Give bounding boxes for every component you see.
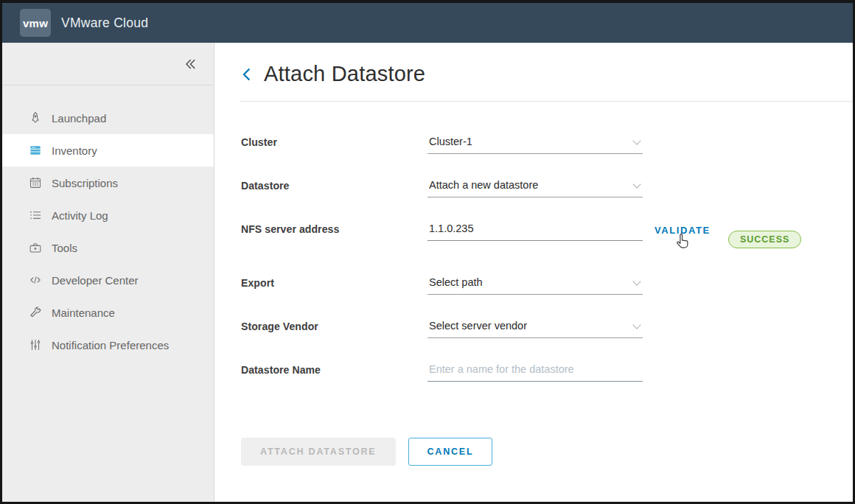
sidebar-item-tools[interactable]: Tools	[2, 231, 214, 264]
app-title: VMware Cloud	[61, 15, 148, 31]
nfs-server-address-input[interactable]	[427, 221, 643, 241]
attach-datastore-button[interactable]: ATTACH DATASTORE	[241, 438, 396, 466]
storage-vendor-select[interactable]: Select server vendor	[427, 318, 643, 338]
status-badge: SUCCESS	[728, 231, 801, 248]
sidebar-item-label: Maintenance	[52, 307, 115, 319]
sidebar-item-subscriptions[interactable]: Subscriptions	[2, 167, 214, 199]
sliders-icon	[27, 337, 43, 353]
collapse-sidebar-icon[interactable]	[183, 57, 198, 71]
export-row: Export Select path	[241, 275, 853, 295]
rocket-icon	[27, 111, 43, 126]
datastore-select[interactable]: Attach a new datastore	[427, 178, 643, 197]
list-icon	[27, 208, 43, 223]
nfs-validation-area: VALIDATE SUCCESS	[643, 221, 801, 248]
code-icon	[27, 273, 43, 288]
sidebar-item-label: Notification Preferences	[52, 339, 169, 351]
export-selected-value: Select path	[429, 276, 483, 288]
datastore-label: Datastore	[241, 178, 427, 192]
chevron-down-icon	[632, 321, 641, 329]
cluster-selected-value: Cluster-1	[429, 136, 472, 147]
attach-datastore-form: Cluster Cluster-1 Datastore Attach a new…	[241, 134, 853, 466]
storage-vendor-selected-value: Select server vendor	[429, 320, 527, 332]
sidebar-item-label: Developer Center	[52, 274, 139, 287]
sidebar-item-label: Activity Log	[52, 209, 108, 222]
cancel-button[interactable]: CANCEL	[408, 438, 493, 466]
chevron-down-icon	[632, 136, 641, 144]
sidebar-item-developer-center[interactable]: Developer Center	[2, 264, 214, 296]
datastore-selected-value: Attach a new datastore	[429, 179, 538, 191]
wrench-icon	[27, 305, 43, 321]
app-window: vmw VMware Cloud	[0, 0, 855, 504]
validate-link-wrap: VALIDATE	[655, 221, 711, 237]
main-content: Attach Datastore Cluster Cluster-1 Datas…	[214, 43, 853, 502]
cluster-row: Cluster Cluster-1	[241, 134, 853, 154]
sidebar-collapse-row	[2, 43, 214, 85]
sidebar-item-label: Launchpad	[52, 112, 106, 125]
nfs-server-address-label: NFS server address	[241, 221, 427, 235]
toolbox-icon	[27, 240, 43, 256]
form-actions: ATTACH DATASTORE CANCEL	[241, 438, 853, 466]
back-icon[interactable]	[240, 66, 254, 83]
page-header: Attach Datastore	[240, 43, 853, 102]
storage-vendor-label: Storage Vendor	[241, 318, 427, 332]
sidebar-item-notification-preferences[interactable]: Notification Preferences	[2, 329, 214, 361]
sidebar-item-inventory[interactable]: Inventory	[2, 134, 214, 167]
datastore-name-label: Datastore Name	[241, 362, 427, 376]
chevron-down-icon	[632, 180, 641, 188]
datastore-name-row: Datastore Name	[241, 362, 853, 382]
sidebar-item-label: Subscriptions	[52, 177, 118, 189]
calendar-icon	[27, 175, 43, 191]
nfs-server-address-row: NFS server address VALIDATE SUCCESS	[241, 221, 853, 248]
top-bar: vmw VMware Cloud	[2, 3, 853, 43]
vmware-logo: vmw	[20, 9, 51, 37]
sidebar-item-activity-log[interactable]: Activity Log	[2, 199, 214, 231]
cluster-label: Cluster	[241, 134, 427, 148]
cursor-hand-icon	[674, 232, 691, 255]
sidebar: Launchpad Inventory	[2, 43, 214, 502]
export-label: Export	[241, 275, 427, 289]
cluster-select[interactable]: Cluster-1	[427, 134, 643, 154]
sidebar-item-launchpad[interactable]: Launchpad	[2, 102, 214, 134]
chevron-down-icon	[632, 277, 641, 285]
datastore-name-input[interactable]	[427, 362, 643, 382]
datastore-row: Datastore Attach a new datastore	[241, 178, 853, 197]
sidebar-nav: Launchpad Inventory	[2, 85, 214, 361]
page-title: Attach Datastore	[264, 62, 425, 86]
export-select[interactable]: Select path	[427, 275, 643, 295]
inventory-icon	[27, 143, 43, 158]
sidebar-item-label: Tools	[52, 242, 77, 254]
sidebar-item-label: Inventory	[52, 144, 97, 157]
storage-vendor-row: Storage Vendor Select server vendor	[241, 318, 853, 338]
sidebar-item-maintenance[interactable]: Maintenance	[2, 296, 214, 329]
